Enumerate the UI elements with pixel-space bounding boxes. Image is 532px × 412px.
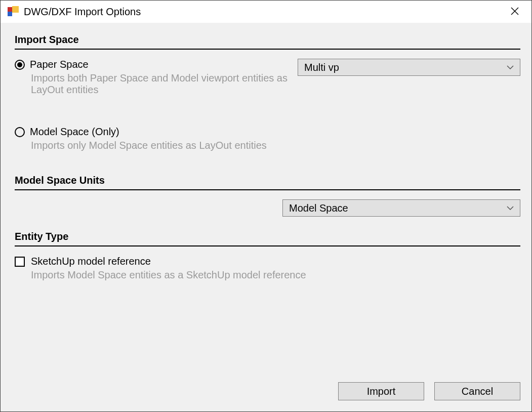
dialog-content: Import Space Paper Space Imports both Pa…	[1, 23, 531, 411]
section-header-import-space: Import Space	[15, 34, 520, 50]
svg-rect-0	[8, 7, 12, 12]
section-header-model-space-units: Model Space Units	[15, 175, 520, 190]
radio-model-space[interactable]: Model Space (Only)	[15, 126, 520, 138]
import-space-row: Paper Space Imports both Paper Space and…	[15, 59, 520, 96]
import-button[interactable]: Import	[338, 382, 424, 400]
cancel-button-label: Cancel	[462, 386, 493, 397]
radio-model-space-label: Model Space (Only)	[30, 126, 119, 138]
model-space-units-select[interactable]: Model Space	[282, 199, 520, 217]
model-space-description: Imports only Model Space entities as Lay…	[31, 140, 520, 151]
app-icon	[8, 6, 19, 17]
viewport-select-value: Multi vp	[304, 62, 339, 73]
chevron-down-icon	[507, 65, 514, 69]
sketchup-reference-description: Imports Model Space entities as a Sketch…	[31, 269, 520, 281]
checkbox-sketchup-reference[interactable]: SketchUp model reference	[15, 256, 520, 267]
close-button[interactable]	[507, 5, 522, 20]
paper-space-description: Imports both Paper Space and Model viewp…	[31, 72, 288, 96]
window-title: DWG/DXF Import Options	[24, 6, 141, 18]
radio-paper-space[interactable]: Paper Space	[15, 59, 288, 70]
chevron-down-icon	[507, 206, 514, 210]
close-icon	[510, 7, 519, 18]
checkbox-icon	[15, 257, 25, 267]
radio-icon	[15, 127, 25, 137]
titlebar: DWG/DXF Import Options	[1, 1, 531, 23]
dialog-window: DWG/DXF Import Options Import Space	[0, 0, 532, 412]
model-space-units-value: Model Space	[289, 202, 348, 214]
section-header-entity-type: Entity Type	[15, 231, 520, 246]
radio-icon	[15, 60, 25, 70]
radio-paper-space-label: Paper Space	[30, 59, 89, 70]
svg-rect-1	[12, 6, 19, 13]
viewport-select[interactable]: Multi vp	[298, 59, 520, 76]
button-bar: Import Cancel	[15, 382, 520, 411]
checkbox-sketchup-reference-label: SketchUp model reference	[31, 256, 151, 267]
svg-rect-2	[8, 12, 12, 16]
import-button-label: Import	[367, 386, 396, 397]
cancel-button[interactable]: Cancel	[434, 382, 520, 400]
